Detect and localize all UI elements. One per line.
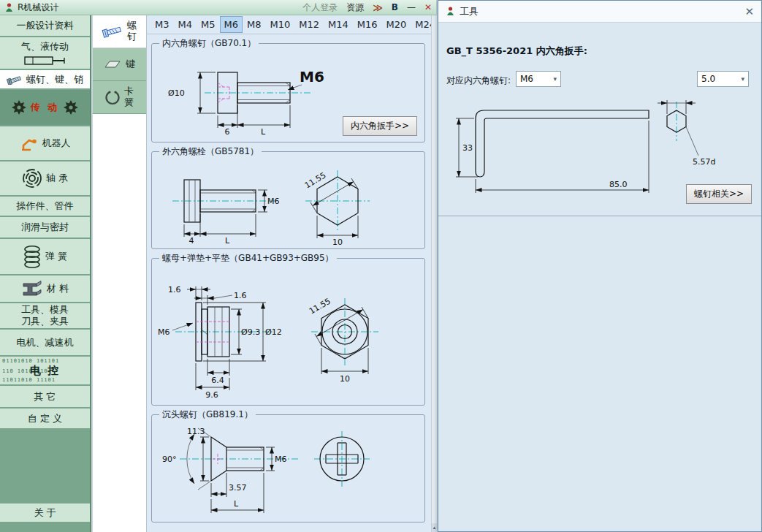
- sidebar-item-label: 其 它: [34, 390, 56, 403]
- sidebar-item-custom[interactable]: 自 定 义: [0, 408, 90, 430]
- chevron-down-icon: ▾: [741, 75, 744, 83]
- dim-label: 90°: [162, 455, 177, 464]
- size-label: M6: [158, 327, 170, 337]
- dim-label: 6.4: [211, 376, 224, 385]
- tab-circlip[interactable]: 卡簧: [93, 81, 146, 114]
- tool-window-titlebar[interactable]: 工具 ✕: [438, 1, 761, 23]
- nut-washers-drawing: M6 1.6 1.6 Ø9.3 Ø12 6.4: [153, 267, 421, 403]
- panel-title: 螺母+弹垫+平垫（GB41+GB93+GB95）: [159, 252, 337, 265]
- dim-label: 5.57d: [693, 157, 715, 167]
- screw-size-label: 对应内六角螺钉:: [446, 75, 511, 87]
- hex-bolt-drawing: M6 4 L 10 11.55: [153, 161, 421, 247]
- bold-button[interactable]: B: [392, 2, 398, 12]
- size-tab[interactable]: M20: [383, 17, 411, 32]
- size-tab-selected[interactable]: M6: [221, 17, 243, 32]
- robot-arm-icon: [20, 134, 39, 152]
- tool-heading: GB_T 5356-2021 内六角扳手:: [446, 45, 587, 58]
- dim-label: 6: [225, 127, 230, 136]
- dim-label: 10: [332, 238, 343, 247]
- titlebar: R机械设计 个人登录 资源 ≫ B — ✕: [0, 0, 436, 15]
- sidebar-item-other[interactable]: 其 它: [0, 386, 90, 408]
- resources-link[interactable]: 资源: [346, 1, 364, 14]
- sidebar-item-tools-molds[interactable]: 工具、模具 刀具、夹具: [0, 303, 90, 330]
- dim-label: L: [261, 127, 266, 136]
- category-tab-column: 螺钉 键 卡簧: [93, 15, 147, 532]
- chevrons-icon[interactable]: ≫: [373, 2, 383, 13]
- main-scrollbar[interactable]: ▴: [431, 15, 437, 532]
- sidebar-item-motor-reducer[interactable]: 电机、减速机: [0, 330, 90, 357]
- sidebar-item-label: 轴 承: [46, 172, 68, 185]
- panel-title: 内六角螺钉（GB70.1）: [159, 37, 259, 50]
- spring-icon: [23, 244, 42, 269]
- tool-window-divider: [438, 216, 761, 216]
- sidebar-item-fasteners[interactable]: 螺钉、键、销: [0, 70, 90, 90]
- dim-label: Ø12: [265, 327, 282, 337]
- panel-title: 沉头螺钉（GB819.1）: [159, 408, 256, 421]
- panel-title: 外六角螺栓（GB5781）: [159, 145, 262, 158]
- dim-label: L: [225, 236, 230, 246]
- panel-list: 内六角螺钉（GB70.1） Ø10 6 L M6: [147, 34, 431, 532]
- sidebar-item-about[interactable]: 关 于: [0, 503, 90, 523]
- dim-label: Ø10: [168, 88, 185, 98]
- tool-window: 工具 ✕ GB_T 5356-2021 内六角扳手: 对应内六角螺钉: M6 ▾…: [438, 0, 762, 532]
- dim-label: 4: [189, 236, 194, 246]
- panel-hex-socket-screw: 内六角螺钉（GB70.1） Ø10 6 L M6: [151, 43, 425, 142]
- close-button[interactable]: ✕: [424, 2, 432, 12]
- panel-countersunk-screw: 沉头螺钉（GB819.1） 90° 11.3 M6: [151, 414, 425, 522]
- wrench-size-value: 5.0: [701, 74, 715, 84]
- hex-wrench-button[interactable]: 内六角扳手>>: [343, 116, 417, 136]
- size-tab-bar: M3 M4 M5 M6 M8 M10 M12 M14 M16 M20 M24 ▴…: [147, 15, 431, 34]
- size-tab[interactable]: M14: [324, 17, 352, 32]
- binary-decoration: 11011010 11101: [2, 377, 56, 383]
- scroll-button[interactable]: ▴: [432, 523, 437, 532]
- sidebar-item-label: 工具、模具: [21, 304, 69, 316]
- tool-close-button[interactable]: ✕: [744, 5, 754, 18]
- sidebar-item-label: 润滑与密封: [21, 221, 69, 234]
- sidebar-item-spring[interactable]: 弹 簧: [0, 239, 90, 276]
- screw-related-button[interactable]: 螺钉相关>>: [686, 184, 752, 204]
- sidebar-item-pneumatic[interactable]: 气、液传动: [0, 37, 90, 70]
- sidebar-item-label: 传 动: [31, 101, 60, 114]
- dim-label: 3.57: [229, 483, 247, 493]
- sidebar-item-label: 材 料: [47, 282, 69, 295]
- sidebar-item-lubrication-seal[interactable]: 润滑与密封: [0, 217, 90, 239]
- countersunk-screw-drawing: 90° 11.3 M6 3.57 L: [153, 424, 421, 520]
- tab-screw[interactable]: 螺钉: [93, 15, 146, 48]
- size-tab[interactable]: M8: [243, 17, 265, 32]
- sidebar-item-general-data[interactable]: 一般设计资料: [0, 15, 90, 37]
- sidebar-item-material[interactable]: 材 料: [0, 276, 90, 303]
- key-icon: [103, 59, 122, 69]
- chevron-down-icon: ▾: [553, 75, 557, 83]
- sidebar-item-label: 机器人: [42, 137, 71, 150]
- dim-label: 1.6: [168, 285, 181, 294]
- size-label: M6: [267, 197, 280, 206]
- login-link[interactable]: 个人登录: [302, 1, 338, 14]
- size-tab[interactable]: M16: [354, 17, 381, 32]
- size-tab[interactable]: M5: [197, 17, 219, 32]
- sidebar-item-robot[interactable]: 机器人: [0, 126, 90, 162]
- panel-hex-bolt: 外六角螺栓（GB5781） M6 4 L: [151, 151, 425, 249]
- tool-logo-icon: [446, 6, 455, 17]
- size-tab[interactable]: M3: [151, 17, 173, 32]
- size-tab[interactable]: M4: [175, 17, 197, 32]
- minimize-button[interactable]: —: [407, 2, 416, 12]
- sidebar-item-label: 刀具、夹具: [21, 316, 69, 327]
- screw-size-select[interactable]: M6 ▾: [516, 71, 561, 87]
- app-title: R机械设计: [18, 1, 58, 14]
- sidebar-item-bearing[interactable]: 轴 承: [0, 162, 90, 197]
- dim-label: L: [234, 499, 239, 509]
- sidebar-item-label: 电 控: [30, 364, 60, 378]
- tab-key[interactable]: 键: [93, 48, 146, 81]
- gear-icon: [63, 99, 79, 115]
- sidebar-item-electric-control[interactable]: 01101010 101101 110 1010 010 11011010 11…: [0, 357, 90, 386]
- size-label: M6: [300, 68, 324, 86]
- sidebar: 一般设计资料 气、液传动 螺钉、键、销 传 动: [0, 15, 91, 532]
- size-tab[interactable]: M12: [295, 17, 323, 32]
- size-tab[interactable]: M10: [267, 17, 294, 32]
- sidebar-item-controls-pipes[interactable]: 操作件、管件: [0, 197, 90, 217]
- sidebar-item-transmission[interactable]: 传 动: [0, 90, 90, 126]
- wrench-size-select[interactable]: 5.0 ▾: [697, 71, 749, 87]
- circlip-icon: [104, 89, 121, 105]
- dim-label: 85.0: [609, 180, 628, 189]
- sidebar-item-label: 关 于: [34, 506, 56, 520]
